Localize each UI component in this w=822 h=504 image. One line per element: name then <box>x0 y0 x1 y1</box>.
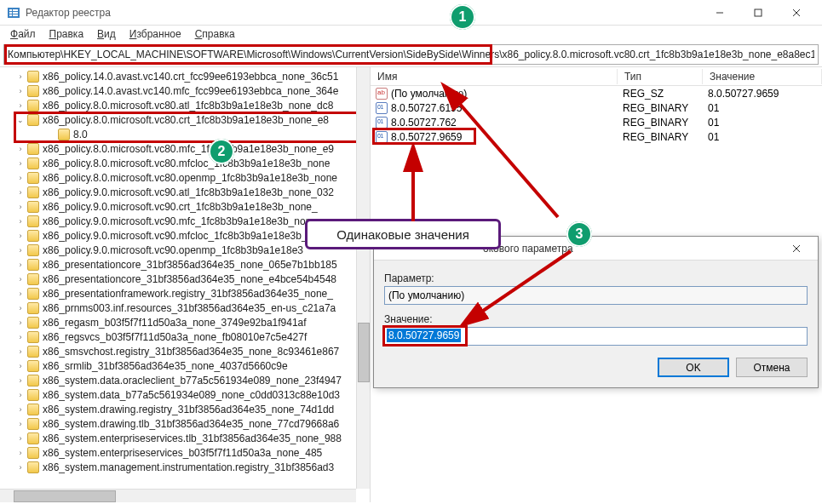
svg-rect-8 <box>755 9 762 16</box>
chevron-icon[interactable]: › <box>15 376 26 385</box>
tree-item-label: x86_presentationframework.registry_31bf3… <box>43 288 333 300</box>
value-data: 01 <box>703 117 822 129</box>
ok-button[interactable]: OK <box>658 358 729 377</box>
tree-item-label: x86_system.drawing.registry_31bf3856ad36… <box>43 404 334 415</box>
tree-item-label: x86_policy.9.0.microsoft.vc90.mfc_1fc8b3… <box>43 215 323 227</box>
chevron-icon[interactable]: › <box>15 420 26 428</box>
tree-item[interactable]: ›x86_presentationcore_31bf3856ad364e35_n… <box>0 257 370 272</box>
chevron-icon[interactable]: › <box>15 289 26 298</box>
svg-rect-5 <box>9 14 12 16</box>
tree-item[interactable]: ›x86_policy.8.0.microsoft.vc80.mfc_1fc8b… <box>0 141 370 156</box>
chevron-icon[interactable]: › <box>15 174 26 182</box>
tree-pane: ›x86_policy.14.0.avast.vc140.crt_fcc99ee… <box>0 67 371 502</box>
chevron-icon[interactable]: › <box>15 72 26 81</box>
cancel-button[interactable]: Отмена <box>736 358 808 377</box>
tree-item[interactable]: ›x86_policy.8.0.microsoft.vc80.mfcloc_1f… <box>0 156 370 170</box>
folder-icon <box>27 114 39 126</box>
tree-item-label: x86_system.enterpriseservices.tlb_31bf38… <box>43 432 342 444</box>
chevron-icon[interactable]: › <box>15 463 26 472</box>
edit-string-dialog: окового параметра Параметр: Значение: 8.… <box>373 236 819 388</box>
col-header-type[interactable]: Тип <box>618 69 703 84</box>
folder-icon <box>27 461 39 473</box>
chevron-icon[interactable]: › <box>15 347 26 356</box>
chevron-icon[interactable]: › <box>15 318 26 327</box>
tree-v-scrollbar[interactable] <box>356 67 370 489</box>
menu-help[interactable]: Справка <box>188 26 242 42</box>
chevron-icon[interactable]: › <box>15 101 26 110</box>
tree-item-label: x86_policy.9.0.microsoft.vc90.crt_1fc8b3… <box>43 201 318 213</box>
chevron-icon[interactable]: › <box>15 188 26 197</box>
chevron-icon[interactable]: › <box>15 217 26 226</box>
tree-item[interactable]: ›x86_policy.9.0.microsoft.vc90.crt_1fc8b… <box>0 199 370 214</box>
tree-item[interactable]: ›x86_system.drawing.tlb_31bf3856ad364e35… <box>0 416 370 431</box>
chevron-icon[interactable]: › <box>15 159 26 168</box>
chevron-icon[interactable]: › <box>15 275 26 284</box>
tree-item[interactable]: ⌄x86_policy.8.0.microsoft.vc80.crt_1fc8b… <box>0 112 370 127</box>
tree-item-label: x86_policy.8.0.microsoft.vc80.mfcloc_1fc… <box>43 158 330 169</box>
folder-icon <box>27 172 39 184</box>
chevron-icon[interactable]: › <box>15 333 26 341</box>
tree-item-label: x86_presentationcore_31bf3856ad364e35_no… <box>43 273 336 285</box>
tree-item[interactable]: ›x86_srmlib_31bf3856ad364e35_none_4037d5… <box>0 358 370 373</box>
tree-item[interactable]: ›x86_system.enterpriseservices_b03f5f7f1… <box>0 445 370 460</box>
tree-item-label: x86_system.data_b77a5c561934e089_none_c0… <box>43 389 340 401</box>
minimize-button[interactable] <box>700 0 739 26</box>
value-type: REG_SZ <box>618 88 703 100</box>
tree-item[interactable]: ›x86_policy.9.0.microsoft.vc90.atl_1fc8b… <box>0 185 370 199</box>
chevron-icon[interactable]: › <box>15 391 26 399</box>
menu-favorites[interactable]: Избранное <box>123 26 188 42</box>
menu-edit[interactable]: Правка <box>43 26 91 42</box>
tree-item[interactable]: ›x86_system.data.oracleclient_b77a5c5619… <box>0 373 370 387</box>
chevron-icon[interactable]: › <box>15 304 26 312</box>
tree-item[interactable]: ›x86_presentationframework.registry_31bf… <box>0 286 370 301</box>
tree-item[interactable]: ›x86_presentationcore_31bf3856ad364e35_n… <box>0 272 370 286</box>
tree-item[interactable]: ›x86_prnms003.inf.resources_31bf3856ad36… <box>0 301 370 315</box>
tree-item[interactable]: ›x86_regsvcs_b03f5f7f11d50a3a_none_fb080… <box>0 329 370 344</box>
chevron-icon[interactable]: › <box>15 405 26 414</box>
menu-file[interactable]: Файл <box>3 26 43 42</box>
chevron-icon[interactable]: › <box>15 145 26 153</box>
chevron-icon[interactable]: › <box>15 434 26 443</box>
value-type: REG_BINARY <box>618 102 703 114</box>
folder-icon <box>27 273 39 285</box>
chevron-icon[interactable]: › <box>15 232 26 240</box>
address-bar[interactable]: Компьютер\HKEY_LOCAL_MACHINE\SOFTWARE\Mi… <box>3 44 819 65</box>
folder-icon <box>27 389 39 401</box>
maximize-button[interactable] <box>739 0 777 26</box>
param-field[interactable] <box>384 286 808 305</box>
tree-item[interactable]: ›x86_policy.8.0.microsoft.vc80.openmp_1f… <box>0 170 370 185</box>
chevron-icon[interactable]: › <box>15 87 26 95</box>
tree-item[interactable]: ›x86_policy.14.0.avast.vc140.crt_fcc99ee… <box>0 69 370 83</box>
svg-rect-3 <box>9 12 12 14</box>
tree-item[interactable]: ›x86_system.management.instrumentation.r… <box>0 460 370 474</box>
chevron-icon[interactable]: › <box>15 362 26 370</box>
folder-icon <box>27 288 39 300</box>
tree-item-label: x86_regasm_b03f5f7f11d50a3a_none_3749e92… <box>43 317 307 329</box>
chevron-icon[interactable]: ⌄ <box>15 116 26 124</box>
binary-value-icon <box>376 117 388 129</box>
tree-item[interactable]: 8.0 <box>0 127 370 141</box>
tree-item-label: 8.0 <box>73 129 88 140</box>
close-button[interactable] <box>777 0 815 26</box>
param-label: Параметр: <box>384 272 808 284</box>
tree-item[interactable]: ›x86_system.data_b77a5c561934e089_none_c… <box>0 387 370 402</box>
tree-h-scrollbar[interactable] <box>0 489 356 502</box>
tree-item[interactable]: ›x86_system.enterpriseservices.tlb_31bf3… <box>0 431 370 445</box>
tree-item-label: x86_policy.8.0.microsoft.vc80.atl_1fc8b3… <box>43 100 333 112</box>
tree-item[interactable]: ›x86_policy.8.0.microsoft.vc80.atl_1fc8b… <box>0 98 370 112</box>
tree-item-label: x86_smsvchost.registry_31bf3856ad364e35_… <box>43 346 339 358</box>
value-type: REG_BINARY <box>618 117 703 129</box>
chevron-icon[interactable]: › <box>15 203 26 211</box>
menu-view[interactable]: Вид <box>90 26 123 42</box>
chevron-icon[interactable]: › <box>15 261 26 269</box>
tree-item[interactable]: ›x86_system.drawing.registry_31bf3856ad3… <box>0 402 370 416</box>
col-header-value[interactable]: Значение <box>703 69 822 84</box>
app-icon <box>7 6 20 20</box>
tree-item[interactable]: ›x86_regasm_b03f5f7f11d50a3a_none_3749e9… <box>0 315 370 329</box>
chevron-icon[interactable]: › <box>15 449 26 457</box>
tree-item[interactable]: ›x86_smsvchost.registry_31bf3856ad364e35… <box>0 344 370 358</box>
dialog-close-button[interactable] <box>782 239 811 258</box>
address-text: Компьютер\HKEY_LOCAL_MACHINE\SOFTWARE\Mi… <box>8 49 814 60</box>
tree-item[interactable]: ›x86_policy.14.0.avast.vc140.mfc_fcc99ee… <box>0 83 370 98</box>
chevron-icon[interactable]: › <box>15 246 26 255</box>
